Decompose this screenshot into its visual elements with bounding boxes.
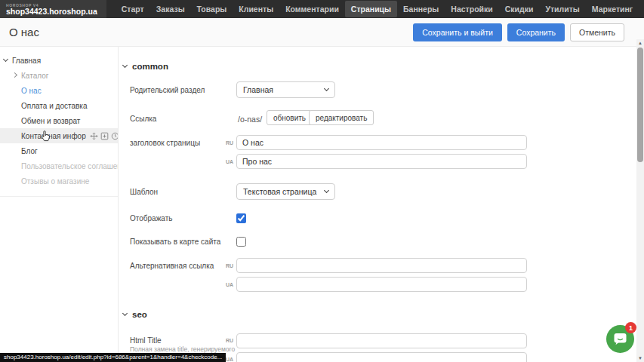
tree-item-blog[interactable]: Блог (0, 143, 118, 158)
link-update-button[interactable]: обновить (267, 110, 313, 125)
parent-section-select[interactable]: Главная (236, 81, 335, 98)
page-title: О нас (9, 26, 39, 38)
menu-item-clients[interactable]: Клиенты (233, 1, 279, 17)
menu-item-comments[interactable]: Комментарии (279, 1, 345, 17)
main-menu: Старт Заказы Товары Клиенты Комментарии … (116, 1, 644, 17)
tree-item-payment-delivery[interactable]: Оплата и доставка (0, 98, 118, 113)
chevron-down-icon (324, 86, 329, 91)
tree-item-about-us[interactable]: О нас (0, 83, 118, 98)
menu-item-seo[interactable]: Seo (639, 1, 644, 17)
link-edit-button[interactable]: редактировать (309, 110, 374, 125)
chevron-down-icon[interactable] (3, 57, 8, 62)
section-seo[interactable]: seo (123, 310, 147, 319)
tree-item-exchange-return[interactable]: Обмен и возврат (0, 113, 118, 128)
html-title-ru-input[interactable] (236, 333, 527, 348)
add-icon[interactable] (100, 132, 109, 140)
clock-icon[interactable] (111, 132, 118, 140)
display-checkbox[interactable] (236, 213, 246, 223)
tree-item-catalog[interactable]: Каталог (0, 68, 118, 83)
page-title-ua-input[interactable] (236, 154, 527, 169)
alt-link-label: Альтернативная ссылка (130, 262, 214, 270)
lang-badge-ru: RU (223, 140, 233, 146)
lang-badge-ua: UA (223, 159, 233, 164)
menu-item-start[interactable]: Старт (116, 1, 150, 17)
menu-item-orders[interactable]: Заказы (150, 1, 191, 17)
chevron-down-icon (324, 188, 329, 193)
cancel-button[interactable]: Отменить (570, 23, 624, 41)
template-label: Шаблон (130, 188, 158, 196)
menu-item-discounts[interactable]: Скидки (499, 1, 540, 17)
tree-item-home[interactable]: Главная (0, 53, 118, 68)
page-title-ru-input[interactable] (236, 135, 527, 150)
alt-link-ru-input[interactable] (236, 258, 527, 273)
chevron-down-icon (122, 63, 128, 68)
scrollbar-up-arrow[interactable]: ▲ (636, 41, 644, 45)
sitemap-checkbox[interactable] (236, 237, 246, 247)
chevron-down-icon (122, 311, 128, 316)
scrollbar-thumb[interactable] (637, 48, 643, 162)
logo[interactable]: HOROSHOP V4 shop34423.horoshop.ua (0, 0, 106, 18)
menu-item-banners[interactable]: Баннеры (397, 1, 445, 17)
chat-widget-button[interactable]: 1 (606, 325, 634, 353)
vertical-scrollbar[interactable]: ▲ ▼ (636, 39, 644, 362)
top-navigation-bar: HOROSHOP V4 shop34423.horoshop.ua Старт … (0, 0, 644, 18)
tree-item-store-reviews[interactable]: Отзывы о магазине (0, 173, 118, 189)
tree-item-contact-info[interactable]: Контактная инфор (0, 128, 118, 143)
move-icon[interactable] (90, 132, 98, 140)
menu-item-products[interactable]: Товары (191, 1, 233, 17)
menu-item-utilities[interactable]: Утилиты (539, 1, 585, 17)
sitemap-label: Показывать в карте сайта (130, 238, 220, 246)
pages-tree-sidebar: Главная Каталог О нас Оплата и доставка … (0, 47, 119, 362)
lang-badge-ru: RU (223, 263, 233, 268)
display-label: Отображать (130, 214, 172, 222)
page-title-label: заголовок страницы (130, 139, 200, 147)
alt-link-ua-input[interactable] (236, 277, 527, 292)
browser-status-bar: shop34423.horoshop.ua/edit/edit.php?id=6… (0, 353, 226, 362)
link-label: Ссылка (130, 115, 156, 123)
html-title-label: Html Title (130, 336, 162, 345)
section-common[interactable]: common (123, 62, 168, 71)
chat-bubble-icon (613, 333, 627, 345)
parent-section-label: Родительский раздел (130, 86, 205, 94)
menu-item-settings[interactable]: Настройки (445, 1, 498, 17)
save-and-exit-button[interactable]: Сохранить и выйти (413, 23, 502, 41)
lang-badge-ua: UA (223, 282, 233, 287)
chevron-right-icon[interactable] (12, 72, 17, 78)
tree-item-user-agreement[interactable]: Пользовательское соглашение (0, 158, 118, 173)
page-header: О нас Сохранить и выйти Сохранить Отмени… (0, 18, 644, 47)
html-title-ua-input[interactable] (236, 352, 527, 362)
link-path-value: /o-nas/ (238, 115, 262, 124)
menu-item-marketing[interactable]: Маркетинг (586, 1, 639, 17)
pages-tree: Главная Каталог О нас Оплата и доставка … (0, 47, 118, 197)
chat-unread-badge: 1 (625, 322, 636, 333)
save-button[interactable]: Сохранить (507, 23, 565, 41)
template-select[interactable]: Текстовая страница (236, 183, 335, 200)
html-title-hint: Полная замена title, генерируемого (130, 345, 235, 353)
scrollbar-down-arrow[interactable]: ▼ (636, 356, 644, 360)
lang-badge-ru: RU (223, 338, 233, 343)
menu-item-pages[interactable]: Страницы (345, 1, 397, 17)
logo-domain-label: shop34423.horoshop.ua (6, 8, 97, 16)
page-edit-form: common Родительский раздел Главная Ссылк… (119, 47, 636, 362)
